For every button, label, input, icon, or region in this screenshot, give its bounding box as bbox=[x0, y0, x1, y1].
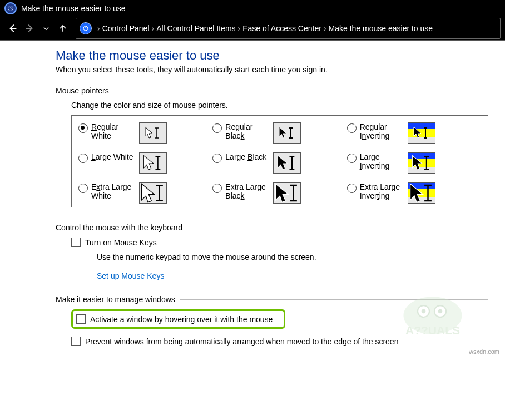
pointer-option-regular-black[interactable]: Regular Black bbox=[212, 122, 346, 144]
checkbox-icon bbox=[76, 314, 86, 324]
radio-icon bbox=[212, 154, 222, 163]
section-divider bbox=[187, 228, 488, 228]
radio-label: Extra Large Black bbox=[225, 182, 271, 200]
radio-icon bbox=[212, 184, 222, 193]
pointer-swatch bbox=[408, 122, 435, 144]
setup-mouse-keys-link[interactable]: Set up Mouse Keys bbox=[97, 271, 164, 280]
nav-forward-button[interactable] bbox=[21, 18, 38, 38]
chevron-right-icon: › bbox=[97, 24, 100, 33]
radio-icon bbox=[347, 123, 357, 133]
breadcrumb-segment[interactable]: Control Panel bbox=[102, 24, 150, 33]
pointer-option-xl-white[interactable]: Extra Large White bbox=[78, 182, 212, 204]
radio-icon bbox=[212, 123, 222, 133]
section-mouse-pointers: Mouse pointers bbox=[56, 86, 488, 95]
checkbox-hover-activate[interactable]: Activate a window by hovering over it wi… bbox=[76, 314, 273, 324]
pointer-option-large-inverting[interactable]: Large Inverting bbox=[347, 152, 481, 174]
radio-icon bbox=[78, 184, 88, 193]
page-content: Make the mouse easier to use When you se… bbox=[0, 41, 505, 357]
pointer-swatch bbox=[273, 152, 301, 174]
window-title: Make the mouse easier to use bbox=[21, 4, 126, 13]
radio-label: Extra Large Inverting bbox=[360, 182, 405, 200]
radio-icon bbox=[347, 154, 357, 163]
section-keyboard: Control the mouse with the keyboard bbox=[56, 223, 488, 232]
breadcrumb-segment[interactable]: All Control Panel Items bbox=[156, 24, 235, 33]
checkbox-prevent-snap[interactable]: Prevent windows from being automatically… bbox=[71, 337, 488, 346]
radio-icon bbox=[78, 154, 88, 163]
checkbox-label: Prevent windows from being automatically… bbox=[85, 337, 398, 346]
pointer-swatch bbox=[139, 152, 167, 174]
radio-icon bbox=[78, 123, 88, 133]
radio-label: Large Inverting bbox=[360, 152, 405, 170]
pointer-option-regular-inverting[interactable]: Regular Inverting bbox=[347, 122, 481, 144]
watermark-text: wsxdn.com bbox=[469, 348, 499, 355]
checkbox-icon bbox=[71, 337, 81, 346]
breadcrumb-segment[interactable]: Ease of Access Center bbox=[242, 24, 321, 33]
nav-recent-button[interactable] bbox=[38, 18, 55, 38]
pointer-options-group: Regular White Regular Black Regular Inve… bbox=[71, 115, 488, 207]
checkbox-mouse-keys[interactable]: Turn on Mouse Keys bbox=[71, 238, 488, 247]
pointer-swatch bbox=[273, 182, 301, 204]
pointer-option-xl-inverting[interactable]: Extra Large Inverting bbox=[347, 182, 481, 204]
control-panel-icon bbox=[4, 2, 17, 14]
section-divider bbox=[113, 91, 488, 91]
nav-back-button[interactable] bbox=[4, 18, 21, 38]
section-label: Make it easier to manage windows bbox=[56, 295, 175, 304]
pointer-swatch bbox=[139, 182, 167, 204]
highlighted-option: Activate a window by hovering over it wi… bbox=[71, 309, 285, 329]
pointer-swatch bbox=[408, 182, 435, 204]
radio-label: Large Black bbox=[225, 152, 271, 161]
breadcrumb-segment[interactable]: Make the mouse easier to use bbox=[329, 24, 433, 33]
control-panel-addr-icon bbox=[80, 22, 92, 34]
section-divider bbox=[180, 299, 488, 300]
pointer-desc: Change the color and size of mouse point… bbox=[71, 101, 488, 110]
checkbox-label: Activate a window by hovering over it wi… bbox=[90, 315, 273, 324]
pointer-option-large-black[interactable]: Large Black bbox=[212, 152, 346, 174]
checkbox-label: Turn on Mouse Keys bbox=[85, 238, 157, 247]
nav-toolbar: › Control Panel › All Control Panel Item… bbox=[0, 17, 505, 41]
pointer-option-large-white[interactable]: Large White bbox=[78, 152, 212, 174]
address-bar[interactable]: › Control Panel › All Control Panel Item… bbox=[76, 18, 501, 39]
page-subtitle: When you select these tools, they will a… bbox=[56, 65, 488, 74]
pointer-swatch bbox=[139, 122, 167, 144]
nav-up-button[interactable] bbox=[55, 18, 71, 38]
pointer-option-xl-black[interactable]: Extra Large Black bbox=[212, 182, 346, 204]
pointer-swatch bbox=[408, 152, 435, 174]
radio-label: Large White bbox=[91, 152, 137, 161]
pointer-swatch bbox=[273, 122, 301, 144]
mouse-keys-help: Use the numeric keypad to move the mouse… bbox=[97, 253, 488, 261]
chevron-right-icon: › bbox=[238, 24, 241, 33]
page-heading: Make the mouse easier to use bbox=[56, 48, 488, 63]
titlebar: Make the mouse easier to use bbox=[0, 0, 505, 17]
section-label: Control the mouse with the keyboard bbox=[56, 223, 182, 232]
radio-label: Regular White bbox=[91, 122, 137, 140]
pointer-option-regular-white[interactable]: Regular White bbox=[78, 122, 212, 144]
radio-label: Extra Large White bbox=[91, 182, 137, 200]
chevron-right-icon: › bbox=[324, 24, 326, 33]
section-manage-windows: Make it easier to manage windows bbox=[56, 295, 488, 304]
section-label: Mouse pointers bbox=[56, 86, 109, 95]
radio-label: Regular Inverting bbox=[360, 122, 405, 140]
radio-icon bbox=[347, 184, 357, 193]
radio-label: Regular Black bbox=[225, 122, 271, 140]
checkbox-icon bbox=[71, 238, 81, 247]
chevron-right-icon: › bbox=[152, 24, 155, 33]
